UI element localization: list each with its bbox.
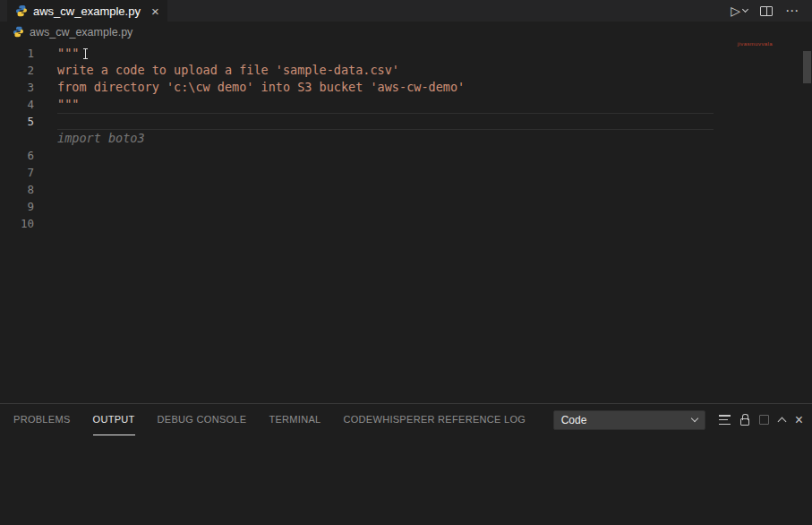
line-content [34,198,57,215]
panel-tab-output[interactable]: OUTPUT [93,404,135,435]
close-panel-icon[interactable]: × [795,413,803,427]
editor-actions: ▷ ⋯ [731,0,812,22]
line-number: 3 [0,79,34,96]
bottom-panel: PROBLEMSOUTPUTDEBUG CONSOLETERMINALCODEW… [0,403,812,525]
run-dropdown-icon[interactable] [742,6,748,13]
line-content [34,181,57,198]
line-number: 4 [0,96,34,113]
line-number: 9 [0,198,34,215]
output-channel-select[interactable]: Code [553,410,705,430]
panel-tab-debug-console[interactable]: DEBUG CONSOLE [158,404,247,435]
panel-tab-problems[interactable]: PROBLEMS [13,404,71,435]
line-number: 10 [0,215,34,232]
line-number: 1 [0,45,34,62]
more-actions-icon[interactable]: ⋯ [785,3,799,19]
code-line[interactable]: 2write a code to upload a file 'sample-d… [0,62,812,79]
line-content: """ [34,96,79,113]
line-content: from directory 'c:\cw demo' into S3 buck… [34,79,465,96]
line-content [34,164,57,181]
chevron-down-icon [690,415,697,422]
line-content [34,147,57,164]
run-icon: ▷ [731,4,740,18]
line-number: 7 [0,164,34,181]
tab-label: aws_cw_example.py [33,4,141,18]
ghost-suggestion-line[interactable]: import boto3 [0,130,812,147]
panel-actions: Code × [553,410,812,430]
code-line[interactable]: 3from directory 'c:\cw demo' into S3 buc… [0,79,812,96]
breadcrumb[interactable]: aws_cw_example.py [0,22,812,42]
python-file-icon [15,4,28,17]
mouse-ibeam-cursor [85,48,86,59]
line-content: write a code to upload a file 'sample-da… [34,62,399,79]
line-number [0,130,34,147]
code-line[interactable]: 7 [0,164,812,181]
vscode-window: aws_cw_example.py × ▷ ⋯ aws_cw_example.p… [0,0,812,525]
panel-tab-terminal[interactable]: TERMINAL [269,404,321,435]
line-number: 8 [0,181,34,198]
panel-tabs: PROBLEMSOUTPUTDEBUG CONSOLETERMINALCODEW… [13,404,526,435]
open-in-editor-icon[interactable] [759,415,769,425]
code-line[interactable]: 10 [0,215,812,232]
code-line[interactable]: 6 [0,147,812,164]
code-line[interactable]: 1""" [0,45,812,62]
tab-bar: aws_cw_example.py × ▷ ⋯ [0,0,812,22]
code-line[interactable]: 9 [0,198,812,215]
lock-autoscroll-icon[interactable] [740,418,749,426]
line-content [57,113,714,130]
output-channel-value: Code [561,414,587,426]
run-button[interactable]: ▷ [731,4,748,18]
tab-aws-cw-example[interactable]: aws_cw_example.py × [7,0,167,22]
clear-output-icon[interactable] [719,415,731,425]
line-content: """ [34,45,79,62]
line-content [34,215,57,232]
split-editor-icon[interactable] [760,6,773,16]
panel-header: PROBLEMSOUTPUTDEBUG CONSOLETERMINALCODEW… [0,404,812,435]
tab-close-icon[interactable]: × [151,4,159,18]
line-content: import boto3 [34,130,145,147]
panel-tab-codewhisperer-reference-log[interactable]: CODEWHISPERER REFERENCE LOG [343,404,526,435]
code-line[interactable]: 4""" [0,96,812,113]
python-file-icon [13,26,24,38]
line-number: 5 [0,113,34,130]
maximize-panel-icon[interactable] [777,417,786,426]
watermark-text: jivasmuvvala [738,41,773,47]
editor-lines: 1"""2write a code to upload a file 'samp… [0,42,812,232]
vertical-scrollbar[interactable] [803,51,811,83]
code-line[interactable]: 8 [0,181,812,198]
code-editor[interactable]: 1"""2write a code to upload a file 'samp… [0,42,812,403]
line-number: 2 [0,62,34,79]
line-number: 6 [0,147,34,164]
code-line[interactable]: 5 [0,113,812,130]
breadcrumb-file: aws_cw_example.py [30,26,132,39]
